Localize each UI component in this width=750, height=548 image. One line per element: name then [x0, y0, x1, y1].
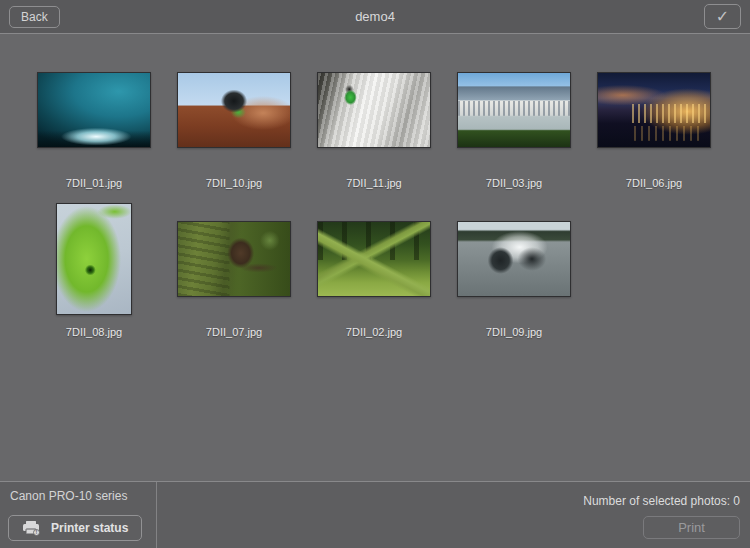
photo-cell: 7DII_10.jpg: [164, 54, 304, 203]
thumb-area: [317, 203, 431, 315]
photo-gallery: 7DII_01.jpg 7DII_10.jpg 7DII_11.jpg 7DII…: [0, 35, 750, 352]
thumb-area: [317, 54, 431, 166]
photo-filename: 7DII_11.jpg: [346, 177, 401, 189]
photo-cell: 7DII_08.jpg: [24, 203, 164, 352]
print-button[interactable]: Print: [643, 516, 740, 539]
svg-text:!: !: [36, 529, 38, 535]
photo-filename: 7DII_09.jpg: [486, 326, 542, 338]
photo-cell: 7DII_06.jpg: [584, 54, 724, 203]
selected-count: Number of selected photos: 0: [583, 494, 740, 508]
page-title: demo4: [0, 9, 750, 24]
printer-icon: !: [22, 521, 41, 536]
printer-status-button[interactable]: ! Printer status: [8, 515, 142, 541]
photo-thumbnail-motocross[interactable]: [177, 72, 291, 148]
photo-cell: 7DII_11.jpg: [304, 54, 444, 203]
photo-thumbnail-kayak-falls[interactable]: [317, 72, 431, 148]
photo-cell: 7DII_01.jpg: [24, 54, 164, 203]
photo-cell: 7DII_07.jpg: [164, 203, 304, 352]
photo-thumbnail-ice-cave[interactable]: [37, 72, 151, 148]
photo-filename: 7DII_10.jpg: [206, 177, 262, 189]
photo-thumbnail-squirrel[interactable]: [177, 221, 291, 297]
photo-cell: 7DII_03.jpg: [444, 54, 584, 203]
confirm-button[interactable]: ✓: [704, 4, 741, 29]
photo-thumbnail-whales[interactable]: [457, 221, 571, 297]
photo-cell: 7DII_02.jpg: [304, 203, 444, 352]
photo-thumbnail-mossy-forest[interactable]: [317, 221, 431, 297]
thumb-area: [457, 203, 571, 315]
photo-thumbnail-city-day[interactable]: [457, 72, 571, 148]
top-bar: Back demo4 ✓: [0, 0, 750, 34]
photo-thumbnail-chameleon[interactable]: [56, 203, 132, 315]
thumb-area: [177, 54, 291, 166]
photo-row: 7DII_01.jpg 7DII_10.jpg 7DII_11.jpg 7DII…: [24, 54, 750, 203]
back-button[interactable]: Back: [9, 6, 60, 28]
photo-filename: 7DII_08.jpg: [66, 326, 122, 338]
printer-name: Canon PRO-10 series: [10, 489, 156, 503]
photo-select-screen: Back demo4 ✓ 7DII_01.jpg 7DII_10.jpg: [0, 0, 750, 548]
printer-section: Canon PRO-10 series ! Printer status: [0, 482, 157, 548]
check-icon: ✓: [716, 8, 729, 25]
thumb-area: [597, 54, 711, 166]
photo-filename: 7DII_07.jpg: [206, 326, 262, 338]
thumb-area: [457, 54, 571, 166]
photo-filename: 7DII_06.jpg: [626, 177, 682, 189]
photo-filename: 7DII_03.jpg: [486, 177, 542, 189]
photo-thumbnail-city-night[interactable]: [597, 72, 711, 148]
thumb-area: [56, 203, 132, 315]
selection-section: Number of selected photos: 0 Print: [157, 482, 750, 548]
photo-cell: 7DII_09.jpg: [444, 203, 584, 352]
bottom-bar: Canon PRO-10 series ! Printer status Num…: [0, 481, 750, 548]
photo-filename: 7DII_01.jpg: [66, 177, 122, 189]
printer-status-label: Printer status: [51, 521, 128, 535]
thumb-area: [37, 54, 151, 166]
thumb-area: [177, 203, 291, 315]
photo-row: 7DII_08.jpg 7DII_07.jpg 7DII_02.jpg 7DII…: [24, 203, 750, 352]
photo-filename: 7DII_02.jpg: [346, 326, 402, 338]
